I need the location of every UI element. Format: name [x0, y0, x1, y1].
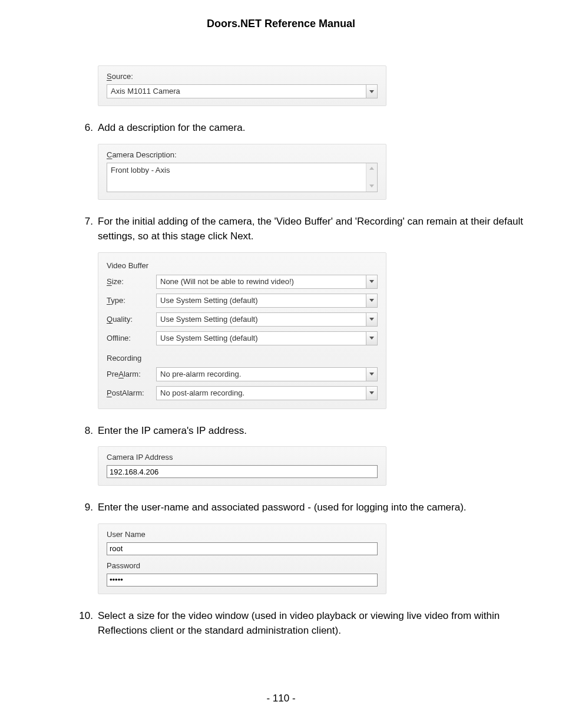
document-page: Doors.NET Reference Manual Source: Axis … — [0, 0, 562, 728]
svg-marker-2 — [369, 185, 374, 187]
postalarm-combobox[interactable]: No post-alarm recording. — [156, 386, 378, 400]
camera-ip-label: Camera IP Address — [107, 453, 378, 462]
camera-description-label: Camera Description: — [107, 150, 378, 159]
source-combobox[interactable]: Axis M1011 Camera — [107, 84, 378, 98]
row-offline: Offline: Use System Setting (default) — [107, 331, 378, 345]
source-combobox-value: Axis M1011 Camera — [107, 85, 366, 98]
chevron-down-icon[interactable] — [366, 368, 377, 381]
offline-label: Offline: — [107, 334, 156, 342]
chevron-down-icon[interactable] — [366, 85, 377, 98]
row-type: Type: Use System Setting (default) — [107, 294, 378, 308]
svg-marker-8 — [369, 391, 374, 394]
step-number: 6. — [73, 120, 93, 136]
camera-description-panel: Camera Description: Front lobby - Axis — [98, 144, 386, 200]
row-postalarm: PostAlarm: No post-alarm recording. — [107, 386, 378, 400]
step-text: For the initial adding of the camera, th… — [98, 214, 527, 244]
step-number: 7. — [73, 214, 93, 244]
prealarm-label: PreAlarm: — [107, 370, 156, 378]
source-label: Source: — [107, 72, 378, 81]
step-text: Select a size for the video window (used… — [98, 608, 527, 638]
svg-marker-6 — [369, 337, 374, 340]
page-title: Doors.NET Reference Manual — [35, 18, 527, 30]
step-10: 10. Select a size for the video window (… — [73, 608, 527, 638]
quality-label: Quality: — [107, 315, 156, 324]
camera-description-value: Front lobby - Axis — [107, 163, 366, 192]
size-combobox[interactable]: None (Will not be able to rewind video!) — [156, 275, 378, 289]
step-8: 8. Enter the IP camera's IP address. — [73, 423, 527, 439]
chevron-down-icon[interactable] — [366, 387, 377, 400]
quality-combobox[interactable]: Use System Setting (default) — [156, 312, 378, 327]
scrollbar[interactable] — [366, 163, 377, 192]
chevron-down-icon[interactable] — [366, 275, 377, 288]
group-title-recording: Recording — [107, 354, 378, 363]
svg-marker-1 — [369, 167, 374, 170]
chevron-down-icon[interactable] — [366, 332, 377, 345]
page-number: - 110 - — [0, 693, 562, 704]
username-label: User Name — [107, 530, 378, 539]
video-buffer-panel: Video Buffer Size: None (Will not be abl… — [98, 252, 386, 409]
password-label: Password — [107, 561, 378, 570]
row-prealarm: PreAlarm: No pre-alarm recording. — [107, 367, 378, 381]
group-title-video-buffer: Video Buffer — [107, 261, 378, 270]
scroll-down-icon[interactable] — [366, 181, 377, 192]
step-text: Add a description for the camera. — [98, 120, 527, 136]
camera-description-textarea[interactable]: Front lobby - Axis — [107, 163, 378, 192]
size-label: Size: — [107, 277, 156, 286]
svg-marker-5 — [369, 318, 374, 321]
credentials-panel: User Name Password — [98, 523, 386, 594]
step-number: 10. — [73, 608, 93, 638]
step-7: 7. For the initial adding of the camera,… — [73, 214, 527, 244]
svg-marker-4 — [369, 299, 374, 302]
chevron-down-icon[interactable] — [366, 313, 377, 326]
scroll-up-icon[interactable] — [366, 163, 377, 174]
svg-marker-0 — [369, 90, 374, 93]
chevron-down-icon[interactable] — [366, 294, 377, 307]
step-number: 9. — [73, 500, 93, 515]
prealarm-combobox[interactable]: No pre-alarm recording. — [156, 367, 378, 381]
username-input[interactable] — [107, 542, 378, 555]
source-panel: Source: Axis M1011 Camera — [98, 65, 386, 106]
step-number: 8. — [73, 423, 93, 439]
type-label: Type: — [107, 296, 156, 305]
camera-ip-input[interactable] — [107, 465, 378, 478]
offline-combobox[interactable]: Use System Setting (default) — [156, 331, 378, 345]
step-text: Enter the user-name and associated passw… — [98, 500, 527, 515]
row-size: Size: None (Will not be able to rewind v… — [107, 275, 378, 289]
step-6: 6. Add a description for the camera. — [73, 120, 527, 136]
row-quality: Quality: Use System Setting (default) — [107, 312, 378, 327]
step-text: Enter the IP camera's IP address. — [98, 423, 527, 439]
type-combobox[interactable]: Use System Setting (default) — [156, 294, 378, 308]
password-input[interactable] — [107, 574, 378, 587]
step-9: 9. Enter the user-name and associated pa… — [73, 500, 527, 515]
svg-marker-7 — [369, 373, 374, 375]
postalarm-label: PostAlarm: — [107, 388, 156, 397]
camera-ip-panel: Camera IP Address — [98, 446, 386, 486]
svg-marker-3 — [369, 280, 374, 283]
